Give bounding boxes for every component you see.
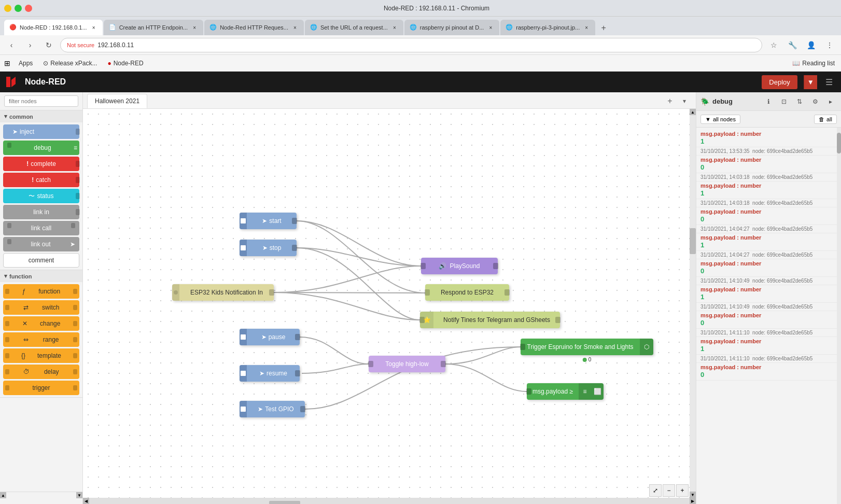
deploy-button[interactable]: Deploy xyxy=(762,75,797,89)
address-input[interactable]: Not secure 192.168.0.11 xyxy=(60,38,762,52)
menu-button[interactable]: ⋮ xyxy=(822,38,837,52)
debug-entry-7-meta: 31/10/2021, 14:10:49 node: 699ce4bad2de6… xyxy=(696,303,841,311)
hamburger-menu-button[interactable]: ☰ xyxy=(823,75,835,89)
playsound-port-left xyxy=(420,263,426,269)
flow-node-testgpio[interactable]: ➤ Test GPIO xyxy=(240,401,305,417)
bookmark-node-red[interactable]: ● Node-RED xyxy=(105,59,145,68)
debug-collapse-button[interactable]: ▸ xyxy=(824,95,837,108)
tab-rpi-pinout-img[interactable]: 🌐 raspberry-pi-3-pinout.jp... × xyxy=(500,20,595,35)
palette-node-change[interactable]: ✕ change xyxy=(3,316,79,331)
palette-node-inject[interactable]: ➤ inject xyxy=(3,124,79,139)
palette-node-trigger[interactable]: trigger xyxy=(3,381,79,395)
esp32-left-section xyxy=(172,284,179,301)
close-button[interactable] xyxy=(25,5,32,12)
flow-node-msgpayload[interactable]: msg.payload ≥ ≡ ⬜ xyxy=(527,383,604,400)
function-category-header[interactable]: ▾ function xyxy=(0,270,82,282)
debug-toolbar: ▼ all nodes 🗑 all xyxy=(696,111,841,128)
canvas-surface[interactable]: ➤ start ➤ stop xyxy=(83,109,696,504)
flow-node-playsound[interactable]: 🔊 PlaySound xyxy=(421,258,498,274)
canvas-vscroll-track[interactable] xyxy=(690,115,696,492)
bookmark-button[interactable]: ☆ xyxy=(766,38,781,52)
debug-entry-5-meta-text: 31/10/2021, 14:04:27 node: 699ce4bad2de6… xyxy=(700,252,837,258)
debug-entry-2-label: msg.payload : number xyxy=(700,157,837,163)
canvas-scroll-left[interactable]: ◀ xyxy=(83,498,89,504)
palette-search-input[interactable] xyxy=(4,95,78,107)
common-category-header[interactable]: ▾ common xyxy=(0,110,82,122)
palette-scroll-down[interactable]: ▼ xyxy=(76,492,82,498)
link-call-label: link call xyxy=(11,225,71,232)
tab-close-2[interactable]: × xyxy=(191,24,198,31)
flow-node-notify[interactable]: ⭐ Notify Tines for Telegram and GSheets xyxy=(420,312,560,328)
bookmark-apps[interactable]: Apps xyxy=(17,59,35,68)
delay-port-left xyxy=(5,369,9,374)
tab-favicon-5: 🌐 xyxy=(410,24,417,31)
palette-node-switch[interactable]: ⇄ switch xyxy=(3,300,79,315)
debug-clear-button[interactable]: 🗑 all xyxy=(814,115,837,124)
flow-menu-button[interactable]: ▾ xyxy=(677,94,692,108)
palette-node-link-in[interactable]: link in xyxy=(3,205,79,219)
tab-http-endpoint[interactable]: 📄 Create an HTTP Endpoin... × xyxy=(104,20,203,35)
back-button[interactable]: ‹ xyxy=(4,38,19,52)
palette-node-catch[interactable]: ! catch xyxy=(3,173,79,187)
canvas-scroll-up[interactable]: ▲ xyxy=(690,109,696,115)
flow-node-pause[interactable]: ➤ pause xyxy=(240,329,300,345)
extensions-button[interactable]: 🔧 xyxy=(785,38,800,52)
palette-scroll-up[interactable]: ▲ xyxy=(0,492,6,498)
flow-node-esp32in[interactable]: ESP32 Kids Notification In xyxy=(172,284,274,301)
palette-node-link-call[interactable]: link call xyxy=(3,221,79,235)
switch-icon: ⇄ xyxy=(23,304,29,311)
flow-node-trigger[interactable]: Trigger Espruino for Smoke and Lights ⬡ … xyxy=(521,339,653,355)
palette-node-delay[interactable]: ⏱ delay xyxy=(3,365,79,379)
new-tab-button[interactable]: + xyxy=(596,21,611,35)
palette-node-link-out[interactable]: link out ➤ xyxy=(3,237,79,251)
canvas-scroll-right[interactable]: ▶ xyxy=(690,498,696,504)
tab-http-request[interactable]: 🌐 Node-Red HTTP Reques... × xyxy=(204,20,304,35)
msgpayload-list-icon[interactable]: ≡ xyxy=(579,383,591,400)
profile-button[interactable]: 👤 xyxy=(804,38,818,52)
debug-copy-button[interactable]: ⊡ xyxy=(778,95,790,108)
deploy-dropdown-button[interactable]: ▼ xyxy=(804,75,817,89)
debug-sort-button[interactable]: ⇅ xyxy=(793,95,806,108)
reload-button[interactable]: ↻ xyxy=(41,38,56,52)
palette-node-range[interactable]: ⇔ range xyxy=(3,332,79,347)
palette-node-debug[interactable]: debug ≡ xyxy=(3,141,79,155)
reading-list-icon: 📖 xyxy=(792,60,800,67)
forward-button[interactable]: › xyxy=(23,38,37,52)
palette-node-status[interactable]: 〜 status xyxy=(3,189,79,203)
debug-settings-button[interactable]: ⚙ xyxy=(809,95,821,108)
tab-close-3[interactable]: × xyxy=(291,24,299,31)
flow-node-respond[interactable]: Respond to ESP32 xyxy=(425,284,509,301)
tab-node-red[interactable]: 🔴 Node-RED : 192.168.0.1... × xyxy=(4,20,103,35)
palette-node-function[interactable]: ƒ function xyxy=(3,284,79,299)
tab-close-1[interactable]: × xyxy=(90,24,97,31)
debug-entry-8-meta-text: 31/10/2021, 14:11:10 node: 699ce4bad2de6… xyxy=(700,330,837,335)
tab-close-5[interactable]: × xyxy=(487,24,494,31)
palette-node-complete[interactable]: ! complete xyxy=(3,157,79,171)
flow-node-toggle[interactable]: Toggle high-low xyxy=(369,356,445,372)
msgpayload-expand-icon[interactable]: ⬜ xyxy=(591,383,604,400)
tab-set-url[interactable]: 🌐 Set the URL of a request... × xyxy=(305,20,403,35)
palette-node-template[interactable]: {} template xyxy=(3,348,79,363)
reading-list-button[interactable]: 📖 Reading list xyxy=(790,59,837,68)
canvas-scroll-down[interactable]: ▼ xyxy=(690,492,696,498)
zoom-out-button[interactable]: − xyxy=(663,484,675,497)
add-flow-button[interactable]: + xyxy=(663,94,677,108)
zoom-fit-button[interactable]: ⤢ xyxy=(649,484,662,497)
debug-entry-6: msg.payload : number 0 xyxy=(696,259,841,277)
minimize-button[interactable] xyxy=(4,5,11,12)
tab-close-6[interactable]: × xyxy=(583,24,590,31)
canvas-tab-halloween[interactable]: Halloween 2021 xyxy=(87,94,147,108)
bookmark-nr-icon: ● xyxy=(107,60,111,67)
flow-node-resume[interactable]: ➤ resume xyxy=(240,365,300,382)
flow-node-start[interactable]: ➤ start xyxy=(240,213,297,229)
zoom-in-button[interactable]: + xyxy=(676,484,689,497)
debug-info-button[interactable]: ℹ xyxy=(762,95,775,108)
debug-entry-1-meta-text: 31/10/2021, 13:53:35 node: 699ce4bad2de6… xyxy=(700,148,837,154)
tab-rpi-pinout[interactable]: 🌐 raspberry pi pinout at D... × xyxy=(404,20,500,35)
bookmark-release[interactable]: ⊙ Release xPack... xyxy=(41,59,99,68)
palette-node-comment[interactable]: comment xyxy=(3,253,79,268)
flow-node-stop[interactable]: ➤ stop xyxy=(240,240,297,256)
debug-filter-button[interactable]: ▼ all nodes xyxy=(700,115,740,124)
maximize-button[interactable] xyxy=(15,5,22,12)
tab-close-4[interactable]: × xyxy=(391,24,398,31)
